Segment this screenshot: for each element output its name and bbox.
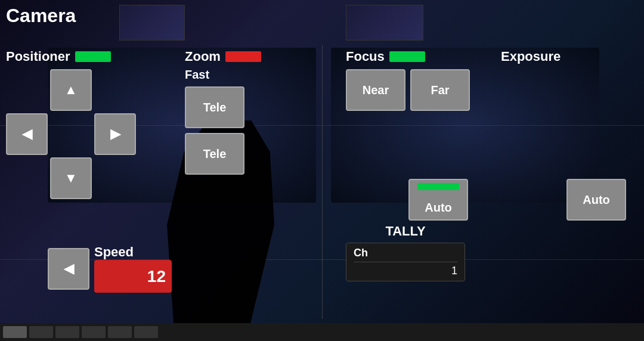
taskbar-item-5[interactable]: [108, 326, 132, 338]
taskbar-item-6[interactable]: [134, 326, 158, 338]
zoom-tele-button[interactable]: Tele: [185, 86, 244, 128]
zoom-buttons: Tele Tele: [185, 86, 261, 175]
taskbar: [0, 323, 644, 341]
focus-near-button[interactable]: Near: [346, 69, 405, 111]
exposure-label: Exposure: [501, 49, 561, 64]
vertical-divider: [322, 45, 323, 319]
auto-focus-indicator: [417, 183, 459, 190]
positioner-label: Positioner: [6, 49, 136, 64]
focus-buttons: Near Far: [346, 69, 470, 111]
focus-section: Focus Near Far: [346, 49, 470, 111]
arrow-empty-topleft: [6, 69, 48, 111]
arrow-left-button[interactable]: ◀: [6, 113, 48, 155]
zoom-speed-label: Fast: [185, 68, 261, 82]
focus-status: [389, 51, 425, 62]
exposure-auto-button[interactable]: Auto: [566, 179, 626, 221]
arrow-empty-bottomright: [94, 157, 136, 199]
speed-section: ◀ Speed 12: [48, 244, 172, 293]
arrow-center-empty: [50, 113, 92, 155]
zoom-tele2-button[interactable]: Tele: [185, 133, 244, 175]
focus-far-button[interactable]: Far: [410, 69, 470, 111]
focus-label: Focus: [346, 49, 470, 64]
tally-ch-label: Ch: [354, 247, 457, 259]
exposure-section: Exposure: [501, 49, 561, 68]
positioner-section: Positioner ▲ ◀ ▶ ▼: [6, 49, 136, 199]
speed-value: 12: [94, 260, 172, 293]
focus-auto-button[interactable]: Auto: [408, 179, 468, 221]
arrow-right-button[interactable]: ▶: [94, 113, 136, 155]
tally-label: TALLY: [346, 224, 465, 239]
arrow-empty-topright: [94, 69, 136, 111]
zoom-label: Zoom: [185, 49, 261, 64]
taskbar-item-2[interactable]: [29, 326, 53, 338]
tally-box: Ch 1: [346, 243, 465, 281]
speed-label: Speed: [94, 244, 172, 260]
arrow-up-button[interactable]: ▲: [50, 69, 92, 111]
zoom-status: [225, 51, 261, 62]
zoom-section: Zoom Fast Tele Tele: [185, 49, 261, 175]
app-title: Camera: [6, 5, 76, 27]
speed-decrement-button[interactable]: ◀: [48, 248, 89, 290]
auto-exposure-row: Auto: [566, 179, 626, 221]
arrow-down-button[interactable]: ▼: [50, 157, 92, 199]
tally-section: TALLY Ch 1: [346, 224, 465, 281]
speed-group: Speed 12: [94, 244, 172, 293]
taskbar-item-3[interactable]: [55, 326, 79, 338]
taskbar-item-4[interactable]: [82, 326, 106, 338]
positioner-status: [75, 51, 111, 62]
taskbar-item-1[interactable]: [3, 326, 27, 338]
arrow-empty-bottomleft: [6, 157, 48, 199]
auto-focus-row: Auto: [408, 179, 468, 221]
tally-ch-value: 1: [354, 262, 457, 277]
positioner-arrows: ▲ ◀ ▶ ▼: [6, 69, 136, 199]
preview-thumbnail-left: [119, 5, 185, 41]
preview-thumbnail-right: [346, 5, 423, 41]
